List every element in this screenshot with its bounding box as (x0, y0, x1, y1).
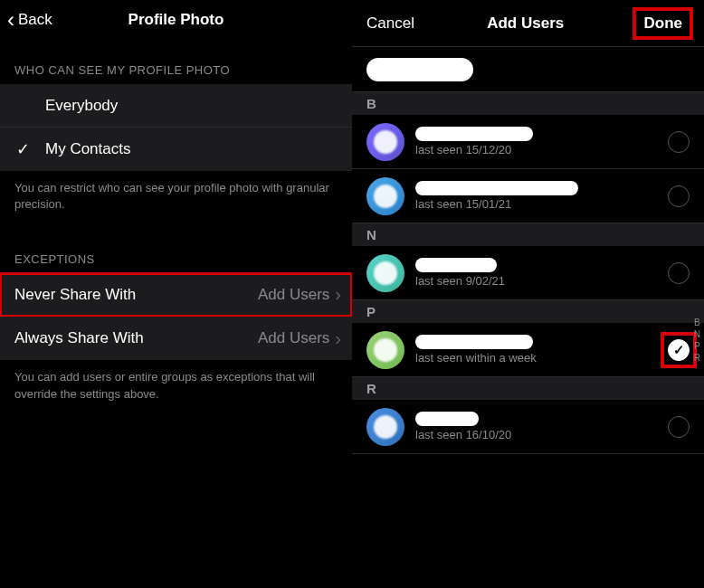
highlight-box (664, 336, 693, 365)
action-text: Add Users (258, 286, 329, 304)
contact-info: last seen 15/12/20 (415, 127, 657, 156)
section-letter-n: N (352, 223, 704, 246)
index-letter[interactable]: R (692, 352, 702, 364)
section-letter-r: R (352, 377, 704, 400)
section-header-exceptions: EXCEPTIONS (0, 229, 352, 273)
selection-circle-checked[interactable] (668, 339, 690, 361)
chevron-right-icon: › (335, 328, 341, 349)
contact-row[interactable]: last seen 15/12/20 (352, 115, 704, 169)
avatar (366, 331, 404, 369)
contact-name-redacted (415, 412, 479, 426)
selected-user-chip[interactable] (366, 58, 473, 81)
avatar (366, 254, 404, 292)
selection-circle[interactable] (668, 131, 690, 153)
back-button[interactable]: ‹ Back (7, 9, 52, 31)
nav-header: ‹ Back Profile Photo (0, 0, 352, 40)
checkmark-icon: ✓ (16, 139, 30, 159)
section-header-visibility: WHO CAN SEE MY PROFILE PHOTO (0, 40, 352, 84)
always-share-with-row[interactable]: Always Share With Add Users › (0, 317, 352, 360)
section-letter-p: P (352, 300, 704, 323)
selection-circle[interactable] (668, 416, 690, 438)
contact-info: last seen 15/01/21 (415, 181, 657, 211)
contact-info: last seen within a week (415, 335, 657, 365)
selection-circle[interactable] (668, 262, 690, 284)
exceptions-group: Never Share With Add Users › Always Shar… (0, 273, 352, 360)
index-letter[interactable]: P (692, 340, 702, 352)
chevron-left-icon: ‹ (7, 9, 14, 31)
exception-label: Always Share With (14, 329, 144, 347)
option-my-contacts[interactable]: ✓ My Contacts (0, 128, 352, 171)
contact-row[interactable]: last seen 16/10/20 (352, 400, 704, 454)
settings-pane: ‹ Back Profile Photo WHO CAN SEE MY PROF… (0, 0, 352, 588)
chevron-right-icon: › (335, 284, 341, 305)
last-seen: last seen within a week (415, 351, 657, 365)
contact-info: last seen 9/02/21 (415, 258, 657, 288)
selection-circle[interactable] (668, 185, 690, 207)
back-label: Back (18, 11, 52, 29)
section-footer: You can restrict who can see your profil… (0, 171, 352, 229)
add-users-modal: Cancel Add Users Done B last seen 15/12/… (352, 0, 704, 588)
modal-header: Cancel Add Users Done (352, 0, 704, 47)
avatar (366, 123, 404, 161)
contact-name-redacted (415, 335, 533, 349)
contact-name-redacted (415, 181, 578, 195)
selected-chips-row (352, 47, 704, 92)
exception-action: Add Users › (258, 284, 341, 305)
modal-title: Add Users (487, 14, 564, 33)
option-label: My Contacts (45, 140, 130, 158)
option-everybody[interactable]: Everybody (0, 84, 352, 128)
exception-label: Never Share With (14, 286, 136, 304)
page-title: Profile Photo (128, 11, 224, 29)
visibility-options-group: Everybody ✓ My Contacts (0, 84, 352, 171)
contact-info: last seen 16/10/20 (415, 412, 657, 441)
contact-name-redacted (415, 258, 497, 272)
avatar (366, 408, 404, 446)
contact-name-redacted (415, 127, 533, 141)
index-letter[interactable]: N (692, 328, 702, 340)
done-button[interactable]: Done (636, 11, 690, 36)
contact-row[interactable]: last seen 9/02/21 (352, 246, 704, 300)
last-seen: last seen 15/01/21 (415, 197, 657, 211)
last-seen: last seen 9/02/21 (415, 274, 657, 288)
cancel-button[interactable]: Cancel (366, 14, 414, 33)
section-footer: You can add users or entire groups as ex… (0, 360, 352, 418)
contact-row[interactable]: last seen 15/01/21 (352, 169, 704, 223)
exception-action: Add Users › (258, 328, 341, 349)
avatar (366, 177, 404, 215)
section-letter-b: B (352, 92, 704, 115)
action-text: Add Users (258, 329, 329, 347)
contact-row[interactable]: last seen within a week (352, 323, 704, 377)
alpha-index-bar[interactable]: B N P R (692, 317, 702, 364)
option-label: Everybody (45, 97, 118, 115)
last-seen: last seen 15/12/20 (415, 143, 657, 156)
last-seen: last seen 16/10/20 (415, 428, 657, 441)
never-share-with-row[interactable]: Never Share With Add Users › (0, 273, 352, 317)
index-letter[interactable]: B (692, 317, 702, 328)
